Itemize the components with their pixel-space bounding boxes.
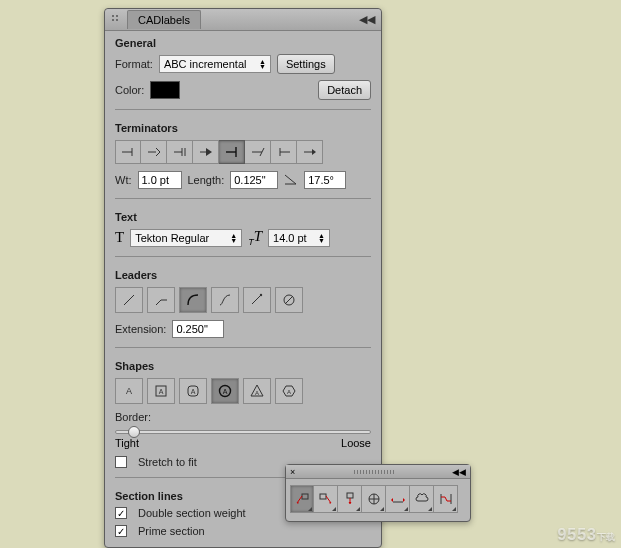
terminator-tick-8[interactable] [297, 140, 323, 164]
svg-line-18 [285, 296, 293, 304]
stretch-checkbox[interactable] [115, 456, 127, 468]
toolbar-titlebar[interactable]: × ◀◀ [286, 465, 470, 479]
svg-line-30 [326, 496, 331, 503]
double-section-label: Double section weight [138, 507, 246, 519]
svg-point-16 [260, 294, 262, 296]
terminator-style-group [105, 136, 381, 168]
svg-text:A: A [191, 388, 196, 395]
svg-text:A: A [287, 389, 291, 395]
section-heading-shapes: Shapes [105, 354, 381, 374]
svg-line-14 [124, 295, 134, 305]
angle-input[interactable] [304, 171, 346, 189]
font-value: Tekton Regular [135, 232, 209, 244]
shape-hexagon[interactable]: A [275, 378, 303, 404]
slider-loose-label: Loose [341, 437, 371, 449]
svg-text:A: A [255, 390, 259, 396]
tool-label-right[interactable] [314, 485, 338, 513]
terminator-tick-5-selected[interactable] [219, 140, 245, 164]
extension-input[interactable] [172, 320, 224, 338]
slider-tight-label: Tight [115, 437, 139, 449]
leader-straight2[interactable] [243, 287, 271, 313]
terminator-tick-6[interactable] [245, 140, 271, 164]
leader-scurve[interactable] [211, 287, 239, 313]
leader-bent[interactable] [147, 287, 175, 313]
svg-line-28 [297, 496, 302, 503]
detach-button[interactable]: Detach [318, 80, 371, 100]
shape-square[interactable]: A [147, 378, 175, 404]
tool-revision-cloud[interactable] [410, 485, 434, 513]
shape-none[interactable]: A [115, 378, 143, 404]
tool-section-line[interactable] [386, 485, 410, 513]
select-arrows-icon: ▲▼ [253, 59, 266, 69]
svg-line-15 [252, 295, 261, 304]
tool-label-down[interactable] [338, 485, 362, 513]
svg-rect-27 [302, 494, 308, 499]
select-arrows-icon: ▲▼ [312, 233, 325, 243]
slider-thumb[interactable] [128, 426, 140, 438]
tool-datum[interactable] [362, 485, 386, 513]
panel-titlebar[interactable]: CADlabels ◀◀ [105, 9, 381, 31]
font-size-value: 14.0 pt [273, 232, 307, 244]
border-slider[interactable] [115, 430, 371, 434]
color-label: Color: [115, 84, 144, 96]
terminator-tick-2[interactable] [141, 140, 167, 164]
stretch-label: Stretch to fit [138, 456, 197, 468]
settings-button[interactable]: Settings [277, 54, 335, 74]
angle-icon [284, 173, 298, 187]
terminator-tick-7[interactable] [271, 140, 297, 164]
svg-rect-29 [320, 494, 326, 499]
leader-none[interactable] [275, 287, 303, 313]
terminator-tick-1[interactable] [115, 140, 141, 164]
length-label: Length: [188, 174, 225, 186]
font-size-icon: TT [248, 228, 262, 247]
toolbar-grip-icon [354, 470, 394, 474]
wt-input[interactable] [138, 171, 182, 189]
floating-toolbar[interactable]: × ◀◀ [285, 464, 471, 522]
border-label: Border: [115, 411, 151, 423]
font-size-select[interactable]: 14.0 pt ▲▼ [268, 229, 330, 247]
terminator-tick-4[interactable] [193, 140, 219, 164]
shape-circle-selected[interactable]: A [211, 378, 239, 404]
section-heading-terminators: Terminators [105, 116, 381, 136]
collapse-icon[interactable]: ◀◀ [359, 13, 375, 26]
color-swatch[interactable] [150, 81, 180, 99]
font-select[interactable]: Tekton Regular ▲▼ [130, 229, 242, 247]
section-heading-leaders: Leaders [105, 263, 381, 283]
svg-rect-31 [347, 493, 353, 498]
wt-label: Wt: [115, 174, 132, 186]
format-select[interactable]: ABC incremental ▲▼ [159, 55, 271, 73]
svg-text:A: A [159, 388, 164, 395]
format-value: ABC incremental [164, 58, 247, 70]
toolbar-collapse-icon[interactable]: ◀◀ [452, 467, 466, 477]
prime-section-checkbox[interactable]: ✓ [115, 525, 127, 537]
double-section-checkbox[interactable]: ✓ [115, 507, 127, 519]
tool-break[interactable] [434, 485, 458, 513]
terminator-tick-3[interactable] [167, 140, 193, 164]
select-arrows-icon: ▲▼ [224, 233, 237, 243]
shape-style-group: A A A A A A [105, 374, 381, 408]
length-input[interactable] [230, 171, 278, 189]
grip-icon [111, 14, 123, 26]
format-label: Format: [115, 58, 153, 70]
extension-label: Extension: [115, 323, 166, 335]
shape-rounded[interactable]: A [179, 378, 207, 404]
shape-triangle[interactable]: A [243, 378, 271, 404]
leader-straight[interactable] [115, 287, 143, 313]
section-heading-general: General [105, 31, 381, 51]
toolbar-close-icon[interactable]: × [290, 467, 295, 477]
leader-style-group [105, 283, 381, 317]
svg-text:A: A [223, 388, 228, 395]
section-heading-text: Text [105, 205, 381, 225]
prime-section-label: Prime section [138, 525, 205, 537]
panel-tab[interactable]: CADlabels [127, 10, 201, 29]
font-icon: T [115, 229, 124, 246]
watermark: 9553下载 [557, 526, 615, 544]
leader-arc-selected[interactable] [179, 287, 207, 313]
tool-label-left[interactable] [290, 485, 314, 513]
